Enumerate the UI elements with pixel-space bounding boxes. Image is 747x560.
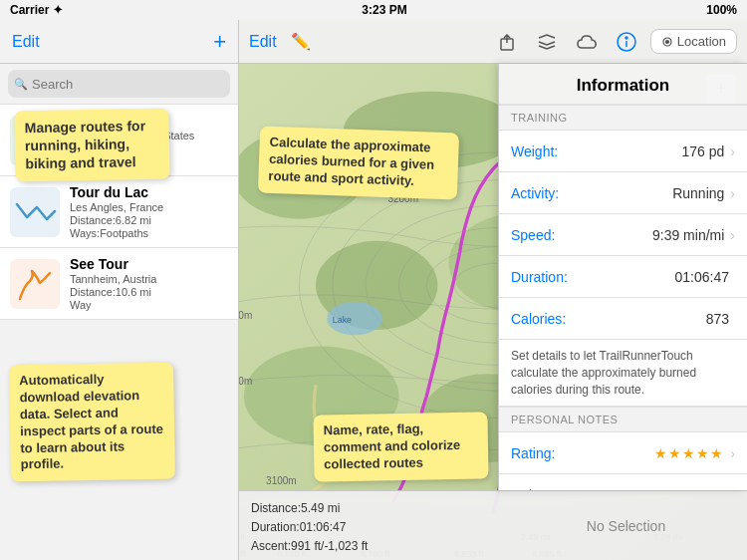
route-ways-tour-du-lac: Ways:Footpaths xyxy=(70,227,228,239)
activity-label: Activity: xyxy=(511,185,672,201)
info-row-duration: Duration: 01:06:47 xyxy=(499,256,747,298)
map-area: Edit ✏️ xyxy=(239,20,747,560)
route-name-tour-du-lac: Tour du Lac xyxy=(70,184,228,200)
info-panel: Information TRAINING Weight: 176 pd › Ac… xyxy=(498,64,747,490)
callout-calories: Calculate the approximate calories burne… xyxy=(258,127,459,200)
info-row-activity[interactable]: Activity: Running › xyxy=(499,172,747,214)
route-thumb-see-tour xyxy=(10,259,60,309)
duration-value: 01:06:47 xyxy=(675,269,730,285)
weight-value: 176 pd xyxy=(682,143,725,159)
speed-chevron: › xyxy=(730,227,735,243)
route-info-tour-du-lac: Tour du Lac Les Angles, France Distance:… xyxy=(70,184,228,239)
status-bar: Carrier ✦ 3:23 PM 100% xyxy=(0,0,747,20)
info-panel-title: Information xyxy=(499,64,747,105)
duration-label: Duration: xyxy=(511,269,675,285)
training-section-header: TRAINING xyxy=(499,105,747,131)
search-bar xyxy=(0,64,238,105)
search-input[interactable] xyxy=(8,70,230,98)
route-ways-see-tour: Way xyxy=(70,299,228,311)
map-layers-button[interactable] xyxy=(531,26,563,58)
time-label: 3:23 PM xyxy=(362,3,406,17)
personal-notes-section-header: PERSONAL NOTES xyxy=(499,407,747,432)
activity-value: Running xyxy=(672,185,724,201)
stat-gradient: Gradient:0%/ xyxy=(251,557,493,560)
stat-distance: Distance:5.49 mi xyxy=(251,499,493,518)
svg-text:3500m: 3500m xyxy=(239,310,252,321)
rating-stars: ★★★★★ xyxy=(654,445,724,461)
info-row-calories: Calories: 873 xyxy=(499,298,747,340)
svg-text:3400m: 3400m xyxy=(239,376,252,387)
no-selection-label: No Selection xyxy=(505,491,747,560)
cloud-button[interactable] xyxy=(571,26,603,58)
svg-point-3 xyxy=(625,37,627,39)
calories-value: 873 xyxy=(706,311,729,327)
info-row-rating[interactable]: Rating: ★★★★★ › xyxy=(499,432,747,474)
info-row-color[interactable]: Color: Magenta › xyxy=(499,474,747,490)
route-distance-tour-du-lac: Distance:6.82 mi xyxy=(70,214,228,226)
svg-point-5 xyxy=(665,40,668,43)
info-button[interactable] xyxy=(611,26,642,58)
location-label: Location xyxy=(677,34,726,49)
stat-duration: Duration:01:06:47 xyxy=(251,518,493,537)
route-info-see-tour: See Tour Tannheim, Austria Distance:10.6… xyxy=(70,256,228,311)
battery-label: 100% xyxy=(706,3,737,17)
rating-chevron: › xyxy=(730,445,735,461)
callout-name-rate: Name, rate, flag, comment and colorize c… xyxy=(313,413,488,482)
color-label: Color: xyxy=(511,487,670,490)
color-chevron: › xyxy=(730,487,735,490)
share-button[interactable] xyxy=(491,26,523,58)
pencil-icon: ✏️ xyxy=(291,32,311,51)
rating-label: Rating: xyxy=(511,445,654,461)
weight-chevron: › xyxy=(730,143,735,159)
map-toolbar: Edit ✏️ xyxy=(239,20,747,64)
left-panel: Edit + Lake Tour Estes Park, United Stat… xyxy=(0,20,239,560)
location-button[interactable]: Location xyxy=(650,29,737,54)
info-row-weight[interactable]: Weight: 176 pd › xyxy=(499,131,747,172)
info-row-speed[interactable]: Speed: 9:39 min/mi › xyxy=(499,214,747,256)
edit-button-map[interactable]: Edit xyxy=(249,33,277,51)
callout-elevation: Automatically download elevation data. S… xyxy=(9,362,175,481)
left-toolbar: Edit + xyxy=(0,20,238,64)
weight-label: Weight: xyxy=(511,143,682,159)
route-item-see-tour[interactable]: See Tour Tannheim, Austria Distance:10.6… xyxy=(0,248,238,320)
route-location-see-tour: Tannheim, Austria xyxy=(70,273,228,285)
route-distance-see-tour: Distance:10.6 mi xyxy=(70,286,228,298)
svg-text:Lake: Lake xyxy=(333,315,352,325)
speed-value: 9:39 min/mi xyxy=(652,227,724,243)
speed-label: Speed: xyxy=(511,227,652,243)
route-stats: Distance:5.49 mi Duration:01:06:47 Ascen… xyxy=(239,491,505,560)
route-item-tour-du-lac[interactable]: Tour du Lac Les Angles, France Distance:… xyxy=(0,176,238,248)
bottom-strip: Distance:5.49 mi Duration:01:06:47 Ascen… xyxy=(239,490,747,560)
route-location-tour-du-lac: Les Angles, France xyxy=(70,201,228,213)
add-route-button[interactable]: + xyxy=(213,31,226,53)
carrier-label: Carrier ✦ xyxy=(10,3,63,17)
route-name-see-tour: See Tour xyxy=(70,256,228,272)
stat-ascent: Ascent:991 ft/-1,023 ft xyxy=(251,537,493,556)
route-thumb-tour-du-lac xyxy=(10,187,60,237)
activity-chevron: › xyxy=(730,185,735,201)
calories-label: Calories: xyxy=(511,311,706,327)
color-value: Magenta xyxy=(670,487,724,490)
edit-button-left[interactable]: Edit xyxy=(12,33,40,51)
calories-note: Set details to let TrailRunnerTouch calc… xyxy=(499,340,747,407)
callout-manage-routes: Manage routes for running, hiking, bikin… xyxy=(14,109,169,181)
svg-text:3100m: 3100m xyxy=(266,475,297,486)
